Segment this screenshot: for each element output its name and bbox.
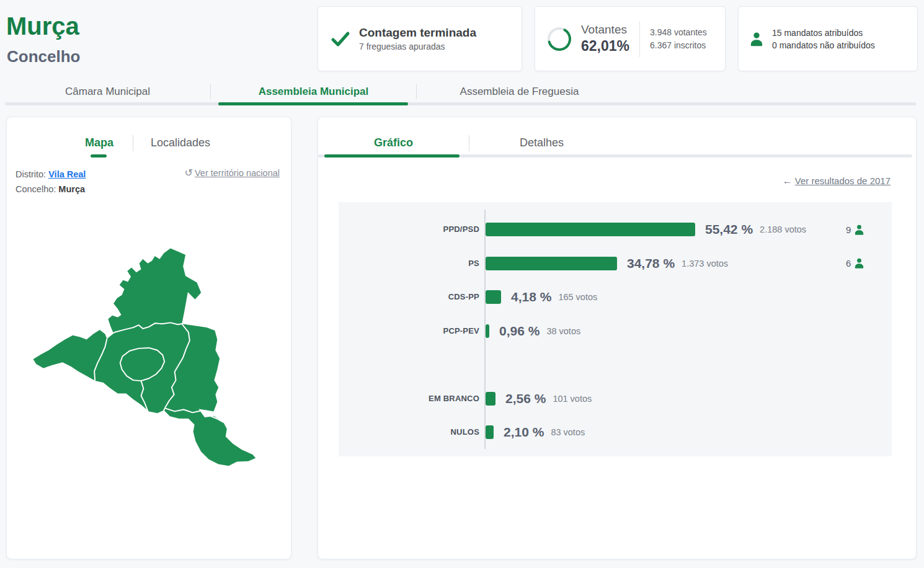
party-label: EM BRANCO: [339, 392, 479, 406]
page-subtitle: Concelho: [7, 47, 80, 66]
turnout-registered: 6.367 inscritos: [650, 39, 707, 52]
percent-value: 0,96 %: [499, 324, 540, 339]
result-bar: [486, 290, 501, 304]
undo-icon: ↺: [185, 167, 193, 179]
chart-row-ps: PS34,78 %1.373 votos6: [339, 257, 892, 270]
mapa-tab-active-indicator: [91, 154, 107, 158]
arrow-left-icon: ←: [783, 175, 793, 186]
result-values: 2,56 %101 votos: [505, 392, 592, 406]
results-panel: Gráfico Detalhes ←Ver resultados de 2017…: [318, 117, 917, 559]
chart-row-nulos: NULOS2,10 %83 votos: [339, 425, 892, 439]
mandates-count: 9: [846, 224, 851, 235]
concelho-value: Murça: [58, 184, 85, 194]
turnout-voters: 3.948 votantes: [650, 26, 707, 39]
result-bar: [486, 392, 495, 406]
result-values: 55,42 %2.188 votos: [705, 223, 806, 236]
result-bar: [486, 324, 489, 338]
count-status-card: Contagem terminada 7 freguesias apuradas: [318, 6, 522, 71]
check-icon: [331, 30, 350, 48]
turnout-card: Votantes 62,01% 3.948 votantes 6.367 ins…: [535, 6, 726, 71]
chart-row-cds-pp: CDS-PP4,18 %165 votos: [339, 290, 892, 304]
tab-assembleia-municipal[interactable]: Assembleia Municipal: [211, 82, 416, 101]
tab-divider: [133, 135, 133, 151]
turnout-details: 3.948 votantes 6.367 inscritos: [650, 26, 707, 52]
main-tab-bar: Câmara Municipal Assembleia Municipal As…: [5, 82, 917, 101]
tab-active-indicator: [218, 102, 408, 105]
count-status-subtitle: 7 freguesias apuradas: [359, 42, 476, 51]
distrito-link[interactable]: Vila Real: [48, 169, 86, 179]
count-status-text: Contagem terminada 7 freguesias apuradas: [359, 26, 476, 51]
tab-detalhes[interactable]: Detalhes: [520, 135, 564, 151]
concelho-label: Concelho:: [16, 184, 56, 194]
reset-territory-link[interactable]: ↺Ver território nacional: [185, 167, 280, 179]
result-values: 2,10 %83 votos: [504, 425, 585, 439]
percent-value: 34,78 %: [627, 256, 675, 271]
mandates-unassigned: 0 mandatos não atribuídos: [772, 39, 875, 51]
person-icon: [749, 31, 765, 47]
count-status-title: Contagem terminada: [359, 26, 476, 40]
map-panel: Mapa Localidades Distrito: Vila Real Con…: [6, 117, 291, 559]
result-bar: [486, 257, 617, 270]
votes-value: 101 votos: [553, 394, 592, 404]
percent-value: 4,18 %: [511, 290, 551, 304]
result-values: 34,78 %1.373 votos: [627, 257, 728, 270]
concelho-row: Concelho: Murça: [16, 182, 283, 197]
percent-value: 2,10 %: [504, 425, 544, 440]
result-bar: [486, 223, 695, 236]
grafico-tab-active-indicator: [324, 154, 460, 158]
tab-assembleia-freguesia[interactable]: Assembleia de Freguesia: [417, 82, 622, 101]
votes-value: 38 votos: [546, 326, 580, 336]
chart-row-pcp-pev: PCP-PEV0,96 %38 votos: [339, 324, 892, 338]
turnout-label: Votantes: [581, 23, 629, 37]
percent-value: 2,56 %: [505, 391, 546, 406]
tab-divider: [469, 135, 469, 151]
mandates-indicator: 6: [846, 256, 865, 271]
tab-camara-municipal[interactable]: Câmara Municipal: [5, 82, 210, 101]
votes-value: 165 votos: [558, 292, 597, 302]
page-title: Murça: [6, 12, 79, 40]
person-icon: [853, 224, 865, 236]
turnout-percent: 62,01%: [581, 38, 629, 55]
votes-value: 83 votos: [551, 427, 585, 437]
mandates-indicator: 9: [846, 222, 865, 237]
mandates-text: 15 mandatos atribuídos 0 mandatos não at…: [772, 27, 875, 51]
tab-localidades[interactable]: Localidades: [151, 135, 210, 151]
mandates-card: 15 mandatos atribuídos 0 mandatos não at…: [738, 6, 918, 71]
turnout-ring-icon: [545, 25, 574, 53]
view-2017-results-link[interactable]: ←Ver resultados de 2017: [783, 175, 891, 187]
turnout-main: Votantes 62,01%: [581, 23, 629, 55]
party-label: PS: [339, 257, 479, 270]
tab-track: [5, 102, 916, 105]
result-bar: [486, 425, 494, 439]
votes-value: 1.373 votos: [682, 259, 728, 268]
mandates-assigned: 15 mandatos atribuídos: [772, 27, 875, 39]
map-panel-tabs: Mapa Localidades: [7, 135, 291, 151]
mandates-count: 6: [846, 258, 851, 268]
results-chart: PPD/PSD55,42 %2.188 votos9PS34,78 %1.373…: [339, 202, 892, 456]
party-label: CDS-PP: [339, 290, 479, 304]
tab-grafico[interactable]: Gráfico: [374, 135, 413, 151]
distrito-label: Distrito:: [16, 169, 46, 179]
chart-row-em-branco: EM BRANCO2,56 %101 votos: [339, 392, 892, 406]
percent-value: 55,42 %: [705, 222, 753, 237]
party-label: NULOS: [339, 425, 479, 439]
chart-row-ppd-psd: PPD/PSD55,42 %2.188 votos9: [339, 223, 892, 236]
card-divider: [639, 21, 640, 57]
tab-mapa[interactable]: Mapa: [85, 135, 113, 151]
municipality-map[interactable]: [16, 239, 286, 490]
party-label: PPD/PSD: [339, 223, 479, 236]
territory-info: Distrito: Vila Real Concelho: Murça ↺Ver…: [16, 167, 283, 197]
result-values: 0,96 %38 votos: [499, 324, 580, 338]
votes-value: 2.188 votos: [760, 224, 806, 234]
party-label: PCP-PEV: [339, 324, 479, 338]
result-values: 4,18 %165 votos: [511, 290, 597, 304]
person-icon: [853, 257, 865, 269]
